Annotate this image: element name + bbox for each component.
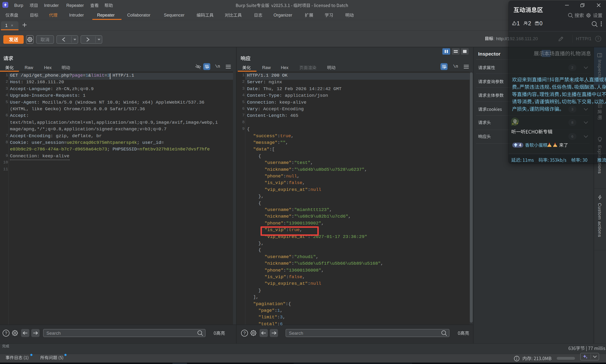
svg-text:?: ? bbox=[5, 331, 7, 336]
svg-text:?: ? bbox=[243, 331, 246, 336]
